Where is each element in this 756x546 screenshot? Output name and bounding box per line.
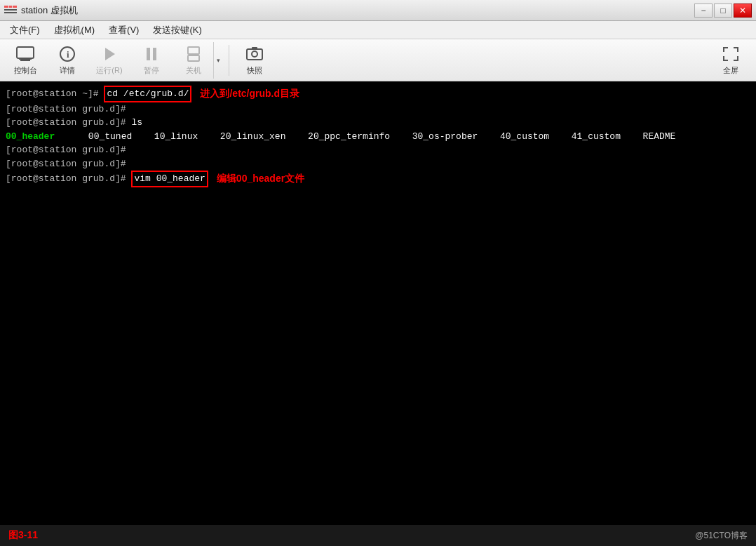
terminal-area[interactable]: [root@station ~]# cd /etc/grub.d/进入到/etc…: [0, 81, 756, 525]
svg-point-16: [252, 51, 257, 57]
prompt-1: [root@station ~]#: [6, 87, 104, 101]
prompt-2: [root@station grub.d]#: [6, 102, 131, 116]
terminal-line-4-files: 00_header 00_tuned 10_linux 20_linux_xen…: [6, 130, 750, 144]
svg-rect-13: [188, 47, 199, 54]
toolbar-detail[interactable]: i 详情: [48, 42, 87, 79]
svg-marker-10: [105, 48, 115, 60]
cmd-vim: vim 00_header: [131, 171, 208, 187]
svg-rect-7: [19, 58, 32, 60]
vmware-icon: [4, 6, 17, 15]
svg-rect-14: [188, 55, 199, 61]
close-button[interactable]: ✕: [734, 4, 752, 18]
terminal-line-1: [root@station ~]# cd /etc/grub.d/进入到/etc…: [6, 86, 750, 102]
menu-send[interactable]: 发送按键(K): [146, 22, 208, 38]
toolbar-right: 全屏: [711, 42, 750, 79]
detail-icon: i: [58, 45, 77, 63]
toolbar-shutdown[interactable]: 关机: [174, 42, 213, 79]
file-00header: 00_header: [6, 130, 55, 144]
pause-icon: [142, 45, 161, 63]
title-bar: station 虚拟机 − □ ✕: [0, 0, 756, 21]
terminal-line-2: [root@station grub.d]#: [6, 102, 750, 116]
file-00tuned: 00_tuned: [88, 130, 143, 144]
file-30osprober: 30_os-prober: [412, 130, 489, 144]
svg-rect-17: [252, 47, 257, 50]
terminal-line-7: [root@station grub.d]# vim 00_header编辑00…: [6, 171, 750, 187]
annotation-vim: 编辑00_header文件: [217, 171, 304, 186]
prompt-3: [root@station grub.d]#: [6, 116, 131, 130]
menu-bar: 文件(F) 虚拟机(M) 查看(V) 发送按键(K): [0, 21, 756, 39]
svg-text:i: i: [67, 49, 69, 60]
fullscreen-icon: [721, 45, 741, 63]
svg-rect-4: [4, 12, 17, 13]
toolbar-shutdown-group: 关机 ▾: [174, 42, 223, 79]
run-icon: [100, 45, 119, 63]
svg-rect-11: [147, 48, 150, 60]
toolbar-snapshot[interactable]: 快照: [235, 42, 274, 79]
toolbar-fullscreen[interactable]: 全屏: [711, 42, 750, 79]
figure-label: 图3-11: [8, 529, 38, 542]
file-readme: README: [643, 130, 676, 144]
menu-vm[interactable]: 虚拟机(M): [47, 22, 102, 38]
svg-rect-6: [20, 60, 30, 61]
svg-rect-3: [4, 9, 17, 11]
file-10linux: 10_linux: [154, 130, 209, 144]
svg-rect-1: [9, 6, 12, 8]
shutdown-dropdown-arrow[interactable]: ▾: [213, 42, 223, 79]
window-title: station 虚拟机: [21, 4, 78, 17]
prompt-6: [root@station grub.d]#: [6, 157, 131, 171]
svg-rect-2: [13, 6, 17, 8]
annotation-cd: 进入到/etc/grub.d目录: [200, 86, 299, 101]
minimize-button[interactable]: −: [694, 4, 713, 18]
prompt-5: [root@station grub.d]#: [6, 143, 131, 157]
menu-view[interactable]: 查看(V): [102, 22, 146, 38]
toolbar: 控制台 i 详情 运行(R) 暂停: [0, 39, 756, 81]
file-20linuxxen: 20_linux_xen: [220, 130, 297, 144]
terminal-line-5: [root@station grub.d]#: [6, 143, 750, 157]
window-controls: − □ ✕: [694, 4, 752, 18]
svg-rect-0: [4, 6, 8, 8]
cmd-ls: ls: [131, 116, 142, 130]
terminal-line-6: [root@station grub.d]#: [6, 157, 750, 171]
title-bar-left: station 虚拟机: [4, 4, 78, 17]
svg-rect-12: [153, 48, 156, 60]
toolbar-pause[interactable]: 暂停: [132, 42, 171, 79]
shutdown-icon: [184, 45, 203, 63]
snapshot-icon: [245, 45, 264, 63]
svg-rect-5: [17, 47, 34, 58]
status-bar: 图3-11 @51CTO博客: [0, 525, 756, 546]
console-icon: [15, 45, 35, 63]
watermark: @51CTO博客: [695, 530, 748, 542]
cmd-cd: cd /etc/grub.d/: [104, 86, 191, 102]
prompt-7: [root@station grub.d]#: [6, 172, 131, 186]
file-41custom: 41_custom: [572, 130, 632, 144]
maximize-button[interactable]: □: [714, 4, 732, 18]
file-20ppcterminfo: 20_ppc_terminfo: [308, 130, 401, 144]
toolbar-console[interactable]: 控制台: [6, 42, 45, 79]
toolbar-sep: [229, 45, 229, 76]
terminal-line-3: [root@station grub.d]# ls: [6, 116, 750, 130]
file-40custom: 40_custom: [500, 130, 560, 144]
menu-file[interactable]: 文件(F): [3, 22, 47, 38]
toolbar-run[interactable]: 运行(R): [90, 42, 129, 79]
